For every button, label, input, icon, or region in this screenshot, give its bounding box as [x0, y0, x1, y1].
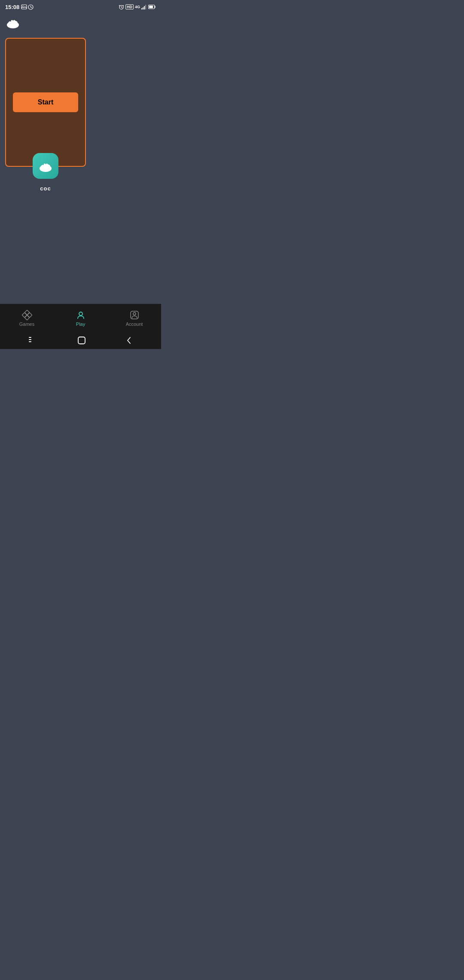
paw-cloud-header-icon: [5, 15, 21, 29]
svg-rect-0: [21, 5, 27, 9]
svg-point-1: [23, 6, 24, 6]
coc-paw-cloud-icon: [38, 159, 53, 173]
games-icon: [22, 310, 32, 320]
svg-rect-12: [149, 6, 153, 8]
svg-point-28: [44, 165, 48, 170]
svg-rect-9: [145, 5, 146, 9]
app-header-icon: [0, 12, 161, 34]
svg-point-33: [79, 312, 82, 315]
status-time: 15:08: [5, 4, 19, 10]
play-icon: [76, 310, 86, 320]
svg-rect-8: [144, 6, 145, 9]
svg-point-19: [15, 21, 18, 24]
bottom-nav: Games Play Account: [0, 304, 161, 332]
svg-rect-31: [22, 312, 27, 317]
game-app-icon[interactable]: [33, 153, 58, 179]
svg-point-35: [133, 312, 136, 315]
svg-rect-30: [24, 315, 29, 320]
clock-icon: [28, 4, 34, 10]
status-left: 15:08: [5, 4, 34, 10]
recents-button[interactable]: [29, 337, 37, 344]
back-button[interactable]: [126, 337, 133, 344]
svg-rect-29: [24, 310, 29, 315]
battery-icon: [148, 4, 156, 9]
game-card-inner: Start: [13, 47, 78, 157]
nav-label-games: Games: [19, 322, 34, 327]
nav-label-account: Account: [126, 322, 143, 327]
alarm-icon: [119, 4, 124, 10]
hd-badge: HD: [125, 4, 134, 9]
main-content: Start coc: [0, 34, 161, 170]
nav-item-play[interactable]: Play: [54, 310, 107, 327]
status-right: HD 4G: [119, 4, 156, 10]
status-icons: [21, 4, 34, 10]
gesture-bar: [0, 332, 161, 349]
nav-item-games[interactable]: Games: [0, 310, 54, 327]
4g-badge: 4G: [135, 5, 140, 9]
home-button[interactable]: [77, 336, 86, 345]
start-button[interactable]: Start: [13, 92, 78, 112]
svg-point-20: [11, 21, 15, 27]
account-icon: [129, 310, 140, 320]
svg-rect-7: [143, 7, 143, 9]
svg-point-27: [48, 165, 50, 167]
svg-rect-32: [27, 312, 32, 317]
nav-label-play: Play: [76, 322, 85, 327]
svg-rect-39: [78, 337, 85, 344]
game-label: coc: [40, 185, 51, 192]
svg-rect-36: [29, 337, 31, 338]
svg-rect-38: [29, 341, 31, 342]
signal-icon: [141, 4, 147, 9]
svg-rect-11: [155, 6, 156, 8]
svg-point-24: [42, 165, 44, 167]
status-bar: 15:08 HD 4G: [0, 0, 161, 12]
svg-rect-6: [141, 8, 142, 9]
nav-item-account[interactable]: Account: [107, 310, 161, 327]
image-icon: [21, 4, 27, 9]
svg-rect-37: [29, 339, 31, 340]
game-card: Start coc: [5, 38, 86, 167]
svg-point-16: [9, 21, 11, 24]
